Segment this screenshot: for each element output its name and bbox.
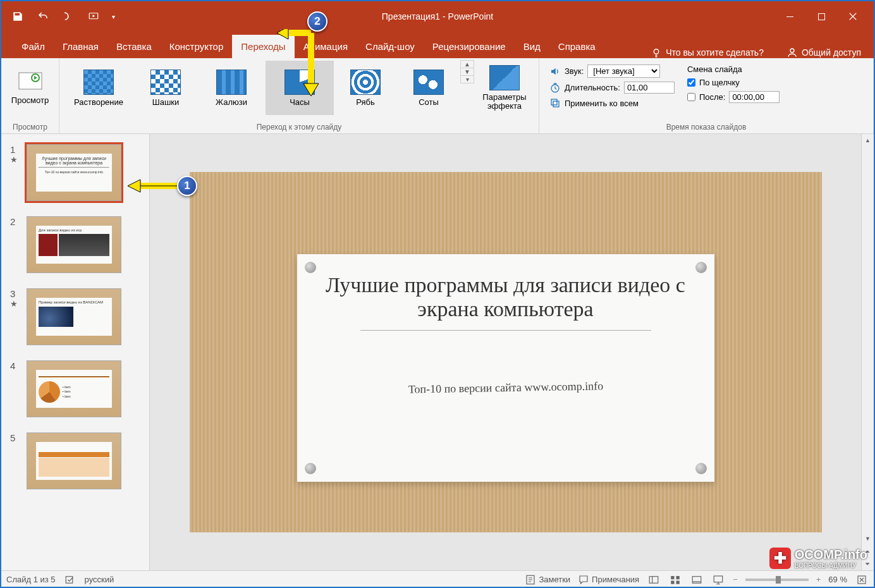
minimize-button[interactable] <box>775 6 804 27</box>
callout-1: 1 <box>177 176 197 196</box>
notes-button[interactable]: Заметки <box>525 574 570 585</box>
comments-button[interactable]: Примечания <box>578 574 639 585</box>
zoom-slider[interactable] <box>745 579 809 581</box>
reading-view-button[interactable] <box>690 573 704 586</box>
callout-2: 2 <box>307 11 327 32</box>
duration-input[interactable] <box>624 82 675 94</box>
minimize-icon <box>786 16 793 17</box>
rivet-icon <box>695 262 707 273</box>
sorter-view-button[interactable] <box>668 573 682 586</box>
apply-all-icon <box>549 97 561 109</box>
reading-view-icon <box>691 574 702 585</box>
fit-to-window-button[interactable] <box>855 573 869 586</box>
svg-rect-14 <box>676 580 680 584</box>
play-icon <box>88 11 99 22</box>
language-indicator[interactable]: русский <box>85 575 114 584</box>
undo-icon <box>37 11 49 22</box>
slide-editor[interactable]: Лучшие программы для записи видео с экра… <box>150 134 861 570</box>
group-label-timing: Время показа слайдов <box>543 121 869 133</box>
apply-all-button[interactable]: Применить ко всем <box>549 97 675 109</box>
slideshow-icon <box>713 574 724 585</box>
close-button[interactable] <box>838 6 867 27</box>
tab-review[interactable]: Рецензирование <box>424 35 515 58</box>
vertical-scrollbar[interactable]: ▲ ▼ ⏶ ⏷ <box>861 134 874 570</box>
tab-help[interactable]: Справка <box>549 35 604 58</box>
effect-options-icon <box>489 65 520 90</box>
svg-point-2 <box>790 49 794 52</box>
editor-area: 1★Лучшие программы для записи видео с эк… <box>1 134 874 570</box>
tab-file[interactable]: Файл <box>13 35 54 58</box>
lightbulb-icon <box>651 47 662 58</box>
slideshow-view-button[interactable] <box>711 573 725 586</box>
scroll-down-button[interactable]: ▼ <box>862 532 874 545</box>
star-icon: ★ <box>10 155 20 164</box>
redo-button[interactable] <box>58 6 78 27</box>
rivet-icon <box>305 463 316 474</box>
tab-insert[interactable]: Вставка <box>107 35 161 58</box>
after-input[interactable] <box>729 91 780 103</box>
svg-rect-12 <box>676 576 680 579</box>
arrow-1 <box>126 177 180 195</box>
rivet-icon <box>695 463 707 474</box>
slide-subtitle[interactable]: Топ-10 по версии сайта www.ocomp.info <box>322 378 688 398</box>
preview-button[interactable]: Просмотр <box>5 61 55 115</box>
tab-view[interactable]: Вид <box>515 35 549 58</box>
thumbnail-panel[interactable]: 1★Лучшие программы для записи видео с эк… <box>1 134 150 570</box>
sound-select[interactable]: [Нет звука] <box>587 64 660 78</box>
thumbnail-5[interactable] <box>27 432 121 489</box>
advance-label: Смена слайда <box>687 64 742 74</box>
transition-checker[interactable]: Шашки <box>134 61 197 115</box>
gallery-more-button[interactable]: ▾ <box>460 75 474 83</box>
svg-rect-16 <box>714 576 723 582</box>
qat-more-button[interactable]: ▾ <box>109 6 118 27</box>
tell-me-search[interactable]: Что вы хотите сделать? <box>640 47 774 58</box>
sorter-view-icon <box>670 574 681 585</box>
start-from-beginning-button[interactable] <box>83 6 104 27</box>
scroll-up-button[interactable]: ▲ <box>862 134 874 147</box>
duration-label: Длительность: <box>565 83 620 92</box>
after-label: После: <box>699 92 726 102</box>
transition-dissolve[interactable]: Растворение <box>63 61 134 115</box>
watermark-badge-icon: ✚ <box>769 548 791 569</box>
after-checkbox[interactable] <box>687 93 695 101</box>
slide-canvas[interactable]: Лучшие программы для записи видео с экра… <box>190 172 822 532</box>
sound-label: Звук: <box>565 66 584 76</box>
zoom-level[interactable]: 69 % <box>828 575 847 584</box>
slide-title[interactable]: Лучшие программы для записи видео с экра… <box>322 273 689 321</box>
undo-button[interactable] <box>33 6 53 27</box>
dissolve-icon <box>83 70 114 95</box>
svg-rect-15 <box>692 576 701 583</box>
redo-icon <box>63 11 74 22</box>
person-icon <box>786 47 798 58</box>
spellcheck-icon[interactable] <box>64 574 76 585</box>
on-click-checkbox[interactable] <box>687 78 695 87</box>
duration-icon <box>549 82 561 94</box>
svg-rect-8 <box>66 576 73 583</box>
ribbon: Просмотр Просмотр Растворение Шашки Жалю… <box>1 58 874 134</box>
svg-rect-13 <box>671 580 674 584</box>
maximize-button[interactable] <box>807 6 836 27</box>
close-icon <box>847 11 859 22</box>
thumbnail-1[interactable]: Лучшие программы для записи видео с экра… <box>27 144 121 201</box>
thumbnail-4[interactable]: ▪ item▪ item▪ item <box>27 360 121 417</box>
svg-rect-6 <box>551 99 557 105</box>
notes-icon <box>525 574 536 585</box>
chevron-down-icon: ▾ <box>112 13 115 20</box>
save-icon <box>12 11 23 22</box>
effect-options-button[interactable]: Параметры эффекта <box>474 61 535 115</box>
tab-slideshow[interactable]: Слайд-шоу <box>357 35 424 58</box>
ripple-icon <box>350 70 381 95</box>
honeycomb-icon <box>413 70 444 95</box>
normal-view-button[interactable] <box>647 573 661 586</box>
transition-ripple[interactable]: Рябь <box>334 61 397 115</box>
transition-honeycomb[interactable]: Соты <box>397 61 460 115</box>
thumbnail-3[interactable]: Пример записи видео из BANDICAM <box>27 288 121 345</box>
save-button[interactable] <box>8 6 28 27</box>
tab-home[interactable]: Главная <box>54 35 107 58</box>
transition-blinds[interactable]: Жалюзи <box>197 61 266 115</box>
tab-design[interactable]: Конструктор <box>161 35 233 58</box>
share-button[interactable]: Общий доступ <box>774 47 874 58</box>
thumbnail-2[interactable]: Для записи видео из игр <box>27 216 121 273</box>
on-click-label: По щелчку <box>699 78 740 87</box>
maximize-icon <box>818 13 825 20</box>
